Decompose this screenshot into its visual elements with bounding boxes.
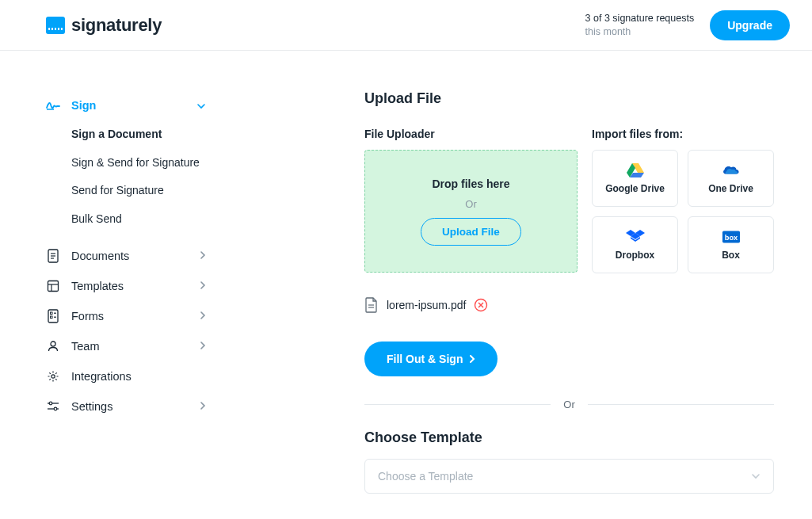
uploaded-file-name: lorem-ipsum.pdf bbox=[387, 299, 466, 311]
divider-line bbox=[364, 404, 551, 405]
choose-template-title: Choose Template bbox=[364, 429, 774, 446]
sidebar-item-forms[interactable]: Forms bbox=[46, 301, 206, 331]
sidebar-item-sign[interactable]: Sign bbox=[46, 90, 206, 120]
svg-rect-9 bbox=[51, 312, 53, 315]
sidebar-item-integrations[interactable]: Integrations bbox=[46, 361, 206, 391]
chevron-right-icon bbox=[469, 354, 475, 364]
dropzone-or: Or bbox=[465, 198, 476, 210]
svg-rect-11 bbox=[51, 316, 53, 319]
svg-point-18 bbox=[54, 408, 57, 411]
sidebar-item-label: Team bbox=[71, 340, 99, 353]
team-icon bbox=[46, 339, 60, 353]
svg-point-14 bbox=[51, 375, 55, 378]
sidebar-item-templates[interactable]: Templates bbox=[46, 271, 206, 301]
document-icon bbox=[46, 249, 60, 263]
file-dropzone[interactable]: Drop files here Or Upload File bbox=[364, 150, 578, 273]
fill-out-sign-button[interactable]: Fill Out & Sign bbox=[364, 342, 497, 376]
uploaded-file-row: lorem-ipsum.pdf bbox=[364, 297, 774, 313]
upgrade-button[interactable]: Upgrade bbox=[710, 10, 790, 40]
logo-mark-icon bbox=[46, 17, 65, 34]
file-icon bbox=[364, 297, 379, 313]
sidebar-item-documents[interactable]: Documents bbox=[46, 241, 206, 271]
subitem-sign-send[interactable]: Sign & Send for Signature bbox=[71, 149, 206, 177]
main-content: Upload File File Uploader Drop files her… bbox=[364, 51, 812, 494]
file-uploader-label: File Uploader bbox=[364, 128, 578, 140]
one-drive-icon bbox=[722, 162, 741, 178]
signature-icon bbox=[46, 98, 60, 113]
divider-or: Or bbox=[364, 399, 774, 410]
svg-text:box: box bbox=[724, 234, 738, 242]
import-label: Import files from: bbox=[592, 128, 774, 140]
logo-text: signaturely bbox=[71, 15, 162, 36]
fill-btn-label: Fill Out & Sign bbox=[387, 353, 463, 365]
gear-icon bbox=[46, 369, 60, 384]
forms-icon bbox=[46, 309, 60, 323]
svg-point-16 bbox=[49, 403, 52, 406]
sidebar-item-label: Forms bbox=[71, 310, 104, 322]
subitem-bulk-send[interactable]: Bulk Send bbox=[71, 205, 206, 234]
subitem-sign-a-document[interactable]: Sign a Document bbox=[71, 120, 206, 149]
upload-file-button[interactable]: Upload File bbox=[421, 218, 521, 246]
sign-subitems: Sign a Document Sign & Send for Signatur… bbox=[46, 120, 206, 233]
svg-rect-5 bbox=[48, 281, 59, 292]
chevron-right-icon bbox=[200, 340, 206, 353]
svg-rect-8 bbox=[48, 310, 58, 322]
template-select[interactable]: Choose a Template bbox=[364, 459, 774, 494]
chevron-right-icon bbox=[200, 400, 206, 413]
sidebar: Sign Sign a Document Sign & Send for Sig… bbox=[0, 51, 238, 494]
svg-point-13 bbox=[51, 342, 55, 346]
sidebar-item-label: Templates bbox=[71, 280, 124, 292]
template-placeholder: Choose a Template bbox=[378, 470, 473, 483]
sidebar-item-label: Integrations bbox=[71, 370, 132, 383]
divider-line bbox=[588, 404, 774, 405]
logo[interactable]: signaturely bbox=[46, 15, 162, 36]
sidebar-item-label: Documents bbox=[71, 250, 129, 262]
usage-text: 3 of 3 signature requests this month bbox=[585, 12, 695, 38]
sidebar-item-settings[interactable]: Settings bbox=[46, 391, 206, 422]
subitem-send-for-signature[interactable]: Send for Signature bbox=[71, 177, 206, 205]
import-label-text: Dropbox bbox=[616, 250, 654, 261]
dropbox-icon bbox=[626, 229, 645, 245]
upload-file-title: Upload File bbox=[364, 90, 774, 107]
sidebar-item-team[interactable]: Team bbox=[46, 331, 206, 361]
divider-text: Or bbox=[563, 399, 574, 410]
import-label-text: Box bbox=[722, 250, 740, 261]
import-label-text: One Drive bbox=[708, 183, 753, 194]
templates-icon bbox=[46, 279, 60, 293]
import-google-drive[interactable]: Google Drive bbox=[592, 150, 678, 207]
header: signaturely 3 of 3 signature requests th… bbox=[0, 0, 812, 51]
usage-line2: this month bbox=[585, 25, 695, 38]
header-right: 3 of 3 signature requests this month Upg… bbox=[585, 10, 790, 40]
chevron-right-icon bbox=[200, 310, 206, 322]
dropzone-title: Drop files here bbox=[432, 177, 509, 190]
import-dropbox[interactable]: Dropbox bbox=[592, 216, 678, 273]
chevron-right-icon bbox=[200, 280, 206, 292]
import-label-text: Google Drive bbox=[605, 183, 665, 194]
import-box[interactable]: box Box bbox=[688, 216, 774, 273]
google-drive-icon bbox=[626, 162, 645, 178]
sidebar-item-label: Settings bbox=[71, 400, 112, 413]
import-one-drive[interactable]: One Drive bbox=[688, 150, 774, 207]
sliders-icon bbox=[46, 399, 60, 414]
sidebar-item-label: Sign bbox=[71, 99, 96, 112]
chevron-right-icon bbox=[200, 250, 206, 262]
chevron-down-icon bbox=[196, 99, 206, 112]
chevron-down-icon bbox=[751, 473, 761, 479]
usage-line1: 3 of 3 signature requests bbox=[585, 12, 695, 25]
box-icon: box bbox=[722, 229, 741, 245]
remove-file-button[interactable] bbox=[474, 298, 488, 312]
